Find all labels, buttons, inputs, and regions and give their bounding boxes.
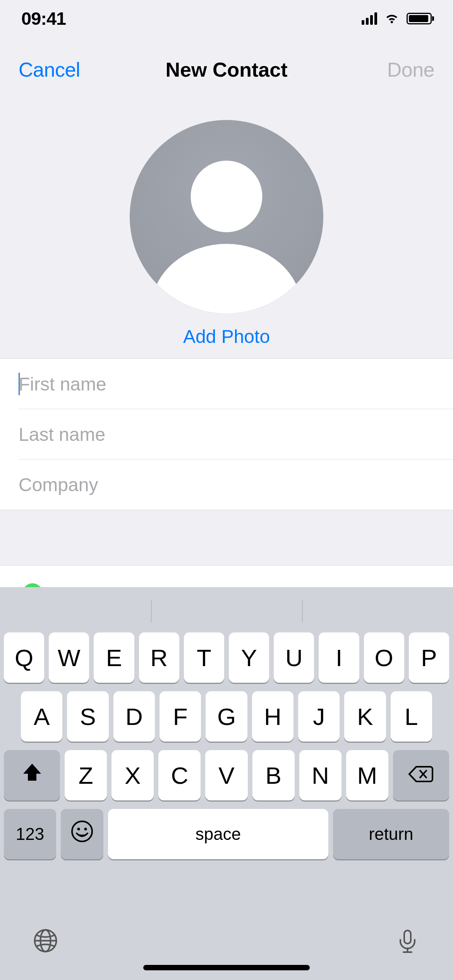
wifi-icon xyxy=(384,12,400,25)
company-field[interactable] xyxy=(19,474,453,495)
svg-point-1 xyxy=(77,828,80,831)
shift-icon xyxy=(21,761,43,789)
key-l[interactable]: L xyxy=(391,691,432,742)
key-d[interactable]: D xyxy=(113,691,155,742)
globe-icon[interactable] xyxy=(33,928,58,955)
key-r[interactable]: R xyxy=(139,632,179,683)
nav-bar: Cancel New Contact Done xyxy=(0,58,453,81)
first-name-field[interactable] xyxy=(19,373,453,395)
key-w[interactable]: W xyxy=(49,632,89,683)
key-m[interactable]: M xyxy=(346,750,388,800)
key-f[interactable]: F xyxy=(160,691,201,742)
add-photo-button[interactable]: Add Photo xyxy=(183,326,270,347)
done-button[interactable]: Done xyxy=(387,58,434,81)
svg-rect-6 xyxy=(404,930,411,944)
add-field-row-partial[interactable] xyxy=(0,565,453,588)
key-y[interactable]: Y xyxy=(229,632,269,683)
backspace-key[interactable] xyxy=(393,750,449,800)
key-v[interactable]: V xyxy=(205,750,247,800)
status-bar: 09:41 xyxy=(0,0,453,37)
key-i[interactable]: I xyxy=(319,632,359,683)
numeric-key[interactable]: 123 xyxy=(4,809,56,859)
key-g[interactable]: G xyxy=(206,691,247,742)
keyboard-bottom-row xyxy=(0,916,453,966)
key-t[interactable]: T xyxy=(184,632,224,683)
name-form-group xyxy=(0,358,453,510)
cancel-button[interactable]: Cancel xyxy=(19,58,80,81)
suggestion-divider xyxy=(151,600,152,622)
return-key[interactable]: return xyxy=(333,809,449,859)
avatar-section: Add Photo xyxy=(130,120,323,347)
key-a[interactable]: A xyxy=(21,691,62,742)
text-caret xyxy=(19,373,20,395)
battery-icon xyxy=(407,13,432,24)
key-o[interactable]: O xyxy=(364,632,404,683)
first-name-row[interactable] xyxy=(0,359,453,409)
status-indicators xyxy=(362,12,432,25)
last-name-row[interactable] xyxy=(0,409,453,459)
company-row[interactable] xyxy=(0,459,453,510)
last-name-field[interactable] xyxy=(19,424,453,445)
key-u[interactable]: U xyxy=(274,632,314,683)
avatar-placeholder-icon[interactable] xyxy=(130,120,323,314)
mic-icon[interactable] xyxy=(395,928,420,955)
cellular-icon xyxy=(362,12,377,25)
key-k[interactable]: K xyxy=(344,691,386,742)
key-q[interactable]: Q xyxy=(4,632,44,683)
shift-key[interactable] xyxy=(4,750,60,800)
space-key[interactable]: space xyxy=(108,809,328,859)
emoji-key[interactable] xyxy=(61,809,103,859)
key-b[interactable]: B xyxy=(252,750,295,800)
key-h[interactable]: H xyxy=(252,691,293,742)
suggestion-bar[interactable] xyxy=(0,587,453,632)
key-x[interactable]: X xyxy=(112,750,154,800)
key-e[interactable]: E xyxy=(94,632,134,683)
suggestion-divider xyxy=(302,600,303,622)
home-indicator[interactable] xyxy=(143,965,310,970)
status-time: 09:41 xyxy=(21,8,66,29)
key-p[interactable]: P xyxy=(409,632,449,683)
key-s[interactable]: S xyxy=(67,691,108,742)
key-j[interactable]: J xyxy=(298,691,340,742)
keyboard: Q W E R T Y U I O P A S D F G H J K L xyxy=(0,587,453,980)
emoji-icon xyxy=(70,820,94,848)
key-n[interactable]: N xyxy=(299,750,341,800)
backspace-icon xyxy=(408,762,434,789)
page-title: New Contact xyxy=(166,58,288,81)
svg-point-2 xyxy=(84,828,87,831)
key-z[interactable]: Z xyxy=(65,750,107,800)
svg-point-0 xyxy=(72,821,92,841)
key-c[interactable]: C xyxy=(158,750,201,800)
